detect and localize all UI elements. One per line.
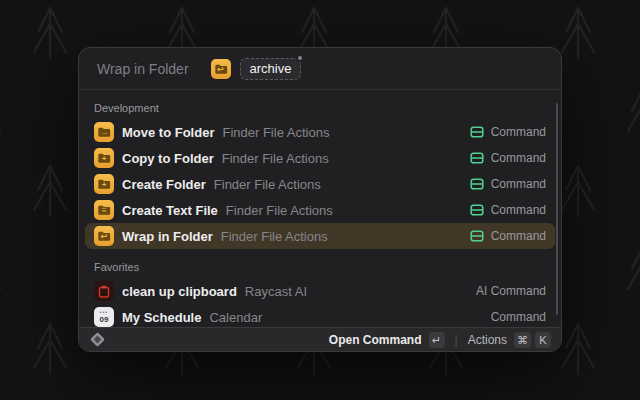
clipboard-ai-icon <box>94 281 114 301</box>
item-subtitle: Finder File Actions <box>221 229 328 244</box>
item-accessory: Command <box>491 310 546 324</box>
return-keycap: ↵ <box>429 332 445 348</box>
argument-chip[interactable]: archive <box>240 58 302 80</box>
wrap-in-folder-icon: ↩ <box>211 59 231 79</box>
wrap-symbol: ↩ <box>211 64 231 76</box>
item-subtitle: Finder File Actions <box>214 177 321 192</box>
footer-bar: Open Command ↵ | Actions ⌘ K <box>79 327 561 351</box>
section-header: Favorites <box>85 249 555 278</box>
chip-handle-badge[interactable] <box>296 54 304 62</box>
open-command-button[interactable]: Open Command <box>329 333 422 347</box>
footer-divider: | <box>455 333 458 347</box>
wrap-in-folder-icon: ↩ <box>94 226 114 246</box>
search-bar[interactable]: Wrap in Folder ↩ archive <box>79 48 561 90</box>
copy-to-folder-icon: + <box>94 148 114 168</box>
argument-chip-value: archive <box>250 61 292 76</box>
list-item[interactable]: clean up clipboardRaycast AIAI Command <box>85 278 555 304</box>
item-accessory: Command <box>491 125 546 139</box>
raycast-cursor-icon <box>90 332 105 347</box>
command-icon <box>470 151 484 165</box>
list-item[interactable]: +Copy to FolderFinder File ActionsComman… <box>85 145 555 171</box>
create-text-file-icon: ≡ <box>94 200 114 220</box>
item-accessory: Command <box>491 151 546 165</box>
list-item[interactable]: +Create FolderFinder File ActionsCommand <box>85 171 555 197</box>
item-title: clean up clipboard <box>122 284 237 299</box>
section-header: Development <box>85 96 555 119</box>
item-title: Copy to Folder <box>122 151 214 166</box>
create-folder-icon: + <box>94 174 114 194</box>
item-accessory: Command <box>491 229 546 243</box>
item-accessory: AI Command <box>476 284 546 298</box>
raycast-window: Wrap in Folder ↩ archive Development→Mov… <box>78 47 562 352</box>
command-icon <box>470 229 484 243</box>
move-to-folder-icon: → <box>94 122 114 142</box>
item-subtitle: Finder File Actions <box>222 151 329 166</box>
scrollbar-thumb[interactable] <box>556 103 558 315</box>
item-accessory: Command <box>491 203 546 217</box>
results-list: Development→Move to FolderFinder File Ac… <box>79 90 561 352</box>
list-item[interactable]: ≡Create Text FileFinder File ActionsComm… <box>85 197 555 223</box>
k-keycap: K <box>535 332 551 348</box>
calendar-icon: •••09 <box>94 307 114 327</box>
cmd-keycap: ⌘ <box>514 332 531 348</box>
item-subtitle: Calendar <box>209 310 262 325</box>
item-title: Move to Folder <box>122 125 214 140</box>
item-title: Create Text File <box>122 203 218 218</box>
command-icon <box>470 125 484 139</box>
search-context-label: Wrap in Folder <box>97 61 189 77</box>
item-subtitle: Finder File Actions <box>222 125 329 140</box>
actions-button[interactable]: Actions <box>468 333 507 347</box>
item-subtitle: Finder File Actions <box>226 203 333 218</box>
item-accessory: Command <box>491 177 546 191</box>
command-icon <box>470 203 484 217</box>
item-title: My Schedule <box>122 310 201 325</box>
list-item[interactable]: →Move to FolderFinder File ActionsComman… <box>85 119 555 145</box>
item-title: Create Folder <box>122 177 206 192</box>
item-title: Wrap in Folder <box>122 229 213 244</box>
list-item[interactable]: ↩Wrap in FolderFinder File ActionsComman… <box>85 223 555 249</box>
command-icon <box>470 177 484 191</box>
item-subtitle: Raycast AI <box>245 284 307 299</box>
